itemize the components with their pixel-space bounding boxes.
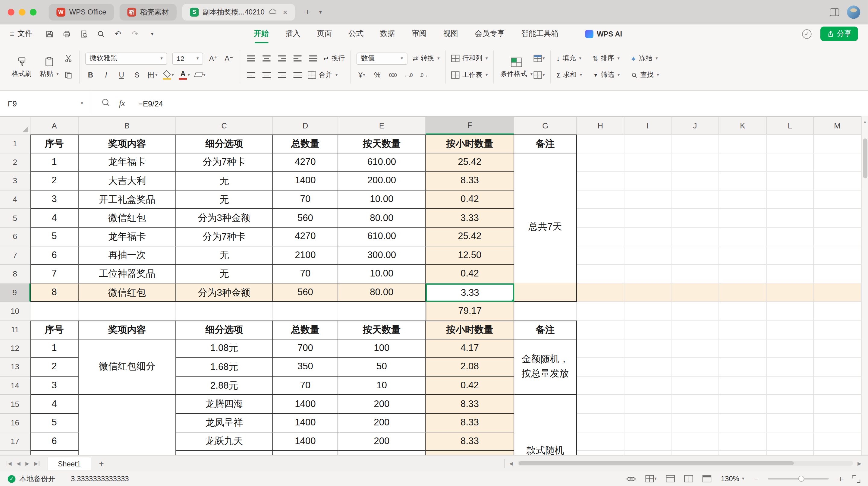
- column-header-H[interactable]: H: [577, 117, 624, 135]
- cell-K3[interactable]: [719, 172, 767, 190]
- cell-J6[interactable]: [672, 227, 719, 246]
- cell-H16[interactable]: [577, 414, 624, 432]
- cell-H8[interactable]: [577, 265, 624, 283]
- column-header-I[interactable]: I: [624, 117, 672, 135]
- cell-F13[interactable]: 2.08: [426, 358, 514, 376]
- cell-J5[interactable]: [672, 209, 719, 227]
- tab-insert[interactable]: 插入: [285, 29, 301, 39]
- bold-button[interactable]: B: [85, 70, 96, 81]
- cell-E10[interactable]: [338, 302, 426, 321]
- cell-C11[interactable]: 细分选项: [176, 321, 273, 339]
- cell-L12[interactable]: [767, 339, 814, 358]
- cell-M13[interactable]: [814, 358, 861, 376]
- cell-C13[interactable]: 1.68元: [176, 358, 273, 376]
- row-header-16[interactable]: 16: [0, 414, 30, 432]
- cell-I12[interactable]: [624, 339, 672, 358]
- cell-E16[interactable]: 200: [338, 414, 426, 432]
- cell-J8[interactable]: [672, 265, 719, 283]
- cell-L1[interactable]: [767, 134, 814, 153]
- row-header-5[interactable]: 5: [0, 209, 30, 227]
- tab-list-chevron-icon[interactable]: ▾: [319, 9, 322, 15]
- close-tab-icon[interactable]: ×: [283, 7, 287, 16]
- cell-H1[interactable]: [577, 134, 624, 153]
- cell-J12[interactable]: [672, 339, 719, 358]
- cell-C1[interactable]: 细分选项: [176, 134, 273, 153]
- cell-B2[interactable]: 龙年福卡: [79, 153, 176, 172]
- increase-indent-button[interactable]: [308, 53, 318, 64]
- italic-button[interactable]: I: [101, 70, 111, 81]
- cell-C2[interactable]: 分为7种卡: [176, 153, 273, 172]
- cell-C17[interactable]: 龙跃九天: [176, 432, 273, 451]
- cell-C7[interactable]: 无: [176, 246, 273, 265]
- next-sheet-icon[interactable]: ▶: [25, 460, 29, 466]
- cell-D9[interactable]: 560: [273, 283, 338, 302]
- column-header-D[interactable]: D: [273, 117, 338, 135]
- cell-K10[interactable]: [719, 302, 767, 321]
- cell-C6[interactable]: 分为7种卡: [176, 227, 273, 246]
- font-color-button[interactable]: A ▾: [179, 70, 190, 81]
- zoom-window-button[interactable]: [30, 8, 36, 15]
- save-icon[interactable]: [44, 29, 54, 38]
- cell-H14[interactable]: [577, 376, 624, 395]
- cell-A17[interactable]: 6: [30, 432, 79, 451]
- page-break-view-button[interactable]: [684, 475, 693, 482]
- prev-sheet-icon[interactable]: ◀: [17, 460, 21, 466]
- cell-I16[interactable]: [624, 414, 672, 432]
- cell-M2[interactable]: [814, 153, 861, 172]
- cell-B4[interactable]: 开工礼盒奖品: [79, 190, 176, 209]
- cell-B1[interactable]: 奖项内容: [79, 134, 176, 153]
- merged-cell-G2:G9[interactable]: 总共7天: [514, 153, 577, 302]
- cell-C3[interactable]: 无: [176, 172, 273, 190]
- cut-icon[interactable]: [63, 53, 73, 64]
- cell-L2[interactable]: [767, 153, 814, 172]
- cell-J18[interactable]: [672, 451, 719, 455]
- tab-docer[interactable]: 稻 稻壳素材: [120, 4, 177, 20]
- tab-view[interactable]: 视图: [443, 29, 458, 39]
- cell-B9[interactable]: 微信红包: [79, 283, 176, 302]
- last-sheet-icon[interactable]: ▶: [34, 460, 39, 466]
- user-avatar[interactable]: [847, 5, 860, 19]
- cell-D6[interactable]: 4270: [273, 227, 338, 246]
- tab-formulas[interactable]: 公式: [348, 29, 364, 39]
- cell-D12[interactable]: 700: [273, 339, 338, 358]
- cell-H12[interactable]: [577, 339, 624, 358]
- cell-L10[interactable]: [767, 302, 814, 321]
- column-header-J[interactable]: J: [672, 117, 719, 135]
- cell-I18[interactable]: [624, 451, 672, 455]
- minimize-window-button[interactable]: [19, 8, 25, 15]
- cell-I7[interactable]: [624, 246, 672, 265]
- cell-J10[interactable]: [672, 302, 719, 321]
- search-icon[interactable]: [96, 29, 105, 38]
- cell-L5[interactable]: [767, 209, 814, 227]
- underline-button[interactable]: U: [116, 70, 127, 81]
- cell-M7[interactable]: [814, 246, 861, 265]
- close-window-button[interactable]: [8, 8, 14, 15]
- cell-A3[interactable]: 2: [30, 172, 79, 190]
- cell-F1[interactable]: 按小时数量: [426, 134, 514, 153]
- cell-A15[interactable]: 4: [30, 395, 79, 414]
- cell-H9[interactable]: [577, 283, 624, 302]
- cell-D11[interactable]: 总数量: [273, 321, 338, 339]
- cell-I10[interactable]: [624, 302, 672, 321]
- cell-J3[interactable]: [672, 172, 719, 190]
- horizontal-scrollbar[interactable]: [518, 461, 853, 466]
- cell-L13[interactable]: [767, 358, 814, 376]
- column-header-F[interactable]: F: [426, 117, 514, 135]
- sheet-tab-sheet1[interactable]: Sheet1: [47, 456, 91, 470]
- decrease-font-button[interactable]: A⁻: [224, 53, 234, 64]
- cell-M14[interactable]: [814, 376, 861, 395]
- tab-page[interactable]: 页面: [317, 29, 332, 39]
- cell-F14[interactable]: 0.42: [426, 376, 514, 395]
- wrap-text-button[interactable]: ↵ 换行: [323, 54, 345, 63]
- table-style-button[interactable]: ▾: [534, 53, 545, 64]
- cell-E6[interactable]: 610.00: [338, 227, 426, 246]
- cell-E4[interactable]: 10.00: [338, 190, 426, 209]
- cell-H3[interactable]: [577, 172, 624, 190]
- cell-A16[interactable]: 5: [30, 414, 79, 432]
- cell-I8[interactable]: [624, 265, 672, 283]
- cell-B5[interactable]: 微信红包: [79, 209, 176, 227]
- freeze-button[interactable]: ∗ 冻结 ▾: [630, 54, 658, 63]
- fill-button[interactable]: ↓ 填充 ▾: [556, 54, 581, 63]
- cell-J4[interactable]: [672, 190, 719, 209]
- cell-K4[interactable]: [719, 190, 767, 209]
